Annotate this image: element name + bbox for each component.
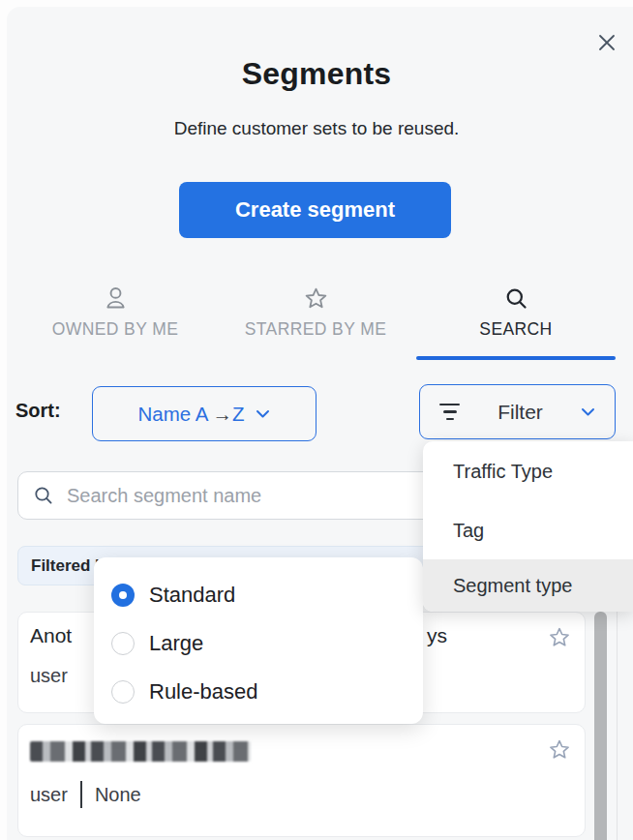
segment-type-options-menu: Standard Large Rule-based — [94, 557, 423, 724]
search-icon — [32, 484, 55, 507]
scrollbar-track-line — [617, 612, 618, 840]
filter-menu-item-tag[interactable]: Tag — [423, 501, 633, 559]
sort-value: Name A→Z — [138, 403, 245, 426]
option-standard[interactable]: Standard — [94, 571, 423, 619]
scrollbar-thumb[interactable] — [594, 612, 607, 840]
radio-icon — [111, 632, 135, 655]
segment-meta: user — [30, 665, 68, 687]
sort-dropdown-button[interactable]: Name A→Z — [92, 386, 316, 441]
create-segment-label: Create segment — [235, 197, 395, 223]
star-icon — [303, 285, 329, 312]
chevron-down-icon — [256, 409, 270, 419]
segment-meta: user None — [30, 781, 141, 808]
star-icon[interactable] — [547, 737, 572, 763]
segment-title-fragment: ys — [427, 624, 447, 647]
filter-button-label: Filter — [497, 401, 543, 424]
person-icon — [103, 285, 129, 312]
segments-modal: Segments Define customer sets to be reus… — [0, 0, 633, 840]
page-title: Segments — [0, 56, 633, 92]
option-large[interactable]: Large — [94, 619, 423, 668]
segment-title-fragment: Anot — [30, 624, 72, 647]
redacted-segment-title — [30, 741, 251, 762]
close-icon[interactable] — [595, 31, 618, 54]
option-rule-based[interactable]: Rule-based — [94, 668, 423, 716]
filter-menu-item-traffic-type[interactable]: Traffic Type — [423, 441, 633, 501]
create-segment-button[interactable]: Create segment — [179, 182, 451, 238]
segment-list-item[interactable]: user None — [17, 724, 586, 837]
active-tab-underline — [416, 356, 616, 360]
tab-starred-label: STARRED BY ME — [245, 319, 387, 340]
chevron-down-icon — [581, 407, 595, 417]
filter-menu-item-segment-type[interactable]: Segment type — [423, 559, 633, 612]
sort-label: Sort: — [15, 400, 61, 422]
filter-dropdown-button[interactable]: Filter — [419, 384, 616, 439]
radio-selected-icon — [111, 584, 135, 607]
tab-owned-label: OWNED BY ME — [52, 319, 178, 340]
tab-search[interactable]: SEARCH — [416, 285, 616, 340]
sort-arrow: → — [212, 403, 232, 425]
tab-owned-by-me[interactable]: OWNED BY ME — [22, 285, 208, 340]
filter-icon — [439, 404, 460, 421]
tab-search-label: SEARCH — [479, 319, 552, 340]
tab-starred-by-me[interactable]: STARRED BY ME — [223, 285, 408, 340]
search-icon — [503, 285, 529, 312]
page-subtitle: Define customer sets to be reused. — [0, 118, 633, 139]
meta-separator — [80, 781, 82, 808]
star-icon[interactable] — [547, 625, 572, 650]
radio-icon — [111, 680, 135, 704]
filter-menu: Traffic Type Tag Segment type — [423, 441, 633, 612]
